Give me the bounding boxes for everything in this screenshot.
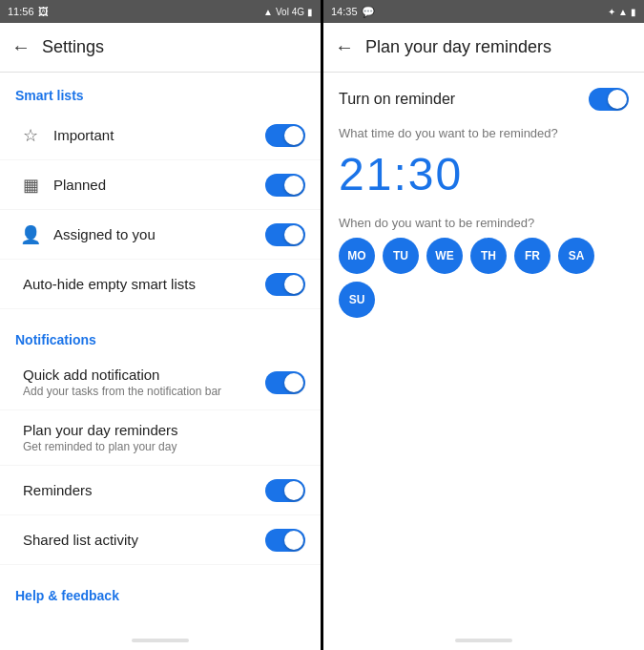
battery-right-icon: ▮: [631, 7, 636, 17]
smart-lists-header: Smart lists: [0, 73, 321, 111]
auto-hide-item[interactable]: Auto-hide empty smart lists: [0, 260, 321, 309]
day-circle-fr[interactable]: FR: [514, 238, 551, 274]
help-header: Help & feedback: [0, 573, 321, 611]
quick-add-label: Quick add notification: [23, 367, 265, 383]
plan-top-bar: ← Plan your day reminders: [323, 23, 644, 73]
plan-day-sublabel: Get reminded to plan your day: [23, 440, 305, 453]
status-right-left: ▲ Vol 4G ▮: [263, 7, 313, 17]
day-circle-th[interactable]: TH: [470, 238, 507, 274]
assigned-label: Assigned to you: [53, 226, 265, 242]
reminders-label: Reminders: [23, 482, 265, 498]
turn-on-row: Turn on reminder: [339, 88, 629, 111]
auto-hide-toggle[interactable]: [265, 273, 305, 296]
day-circle-sa[interactable]: SA: [558, 238, 594, 274]
day-circle-we[interactable]: WE: [426, 238, 463, 274]
day-circle-mo[interactable]: MO: [339, 238, 375, 274]
settings-top-bar: ← Settings: [0, 23, 321, 73]
planned-label: Planned: [53, 177, 265, 193]
scroll-indicator-right: [455, 639, 512, 642]
left-panel: 11:56 🖼 ▲ Vol 4G ▮ ← Settings Smart list…: [0, 0, 323, 650]
important-item[interactable]: ☆ Important: [0, 111, 321, 160]
plan-title: Plan your day reminders: [365, 37, 551, 57]
plan-day-item[interactable]: Plan your day reminders Get reminded to …: [0, 410, 321, 466]
question1: What time do you want to be reminded?: [339, 126, 629, 140]
reminders-item[interactable]: Reminders: [0, 466, 321, 515]
time-sep: :: [393, 149, 407, 199]
photo-icon: 🖼: [38, 6, 49, 17]
auto-hide-label: Auto-hide empty smart lists: [23, 276, 265, 292]
plan-day-label: Plan your day reminders: [23, 422, 305, 438]
shared-list-label: Shared list activity: [23, 532, 265, 548]
quick-add-sublabel: Add your tasks from the notification bar: [23, 385, 265, 398]
assigned-item[interactable]: 👤 Assigned to you: [0, 210, 321, 260]
status-right-right: ✦ ▲ ▮: [608, 7, 636, 17]
bluetooth-icon: ✦: [608, 7, 615, 17]
reminder-content: Turn on reminder What time do you want t…: [323, 73, 644, 631]
planned-toggle[interactable]: [265, 174, 305, 197]
settings-title: Settings: [42, 37, 104, 57]
time-right: 14:35: [331, 6, 358, 17]
scroll-indicator-left: [132, 639, 189, 642]
assigned-toggle[interactable]: [265, 223, 305, 246]
question2: When do you want to be reminded?: [339, 216, 629, 230]
get-support-item[interactable]: Get support: [0, 611, 321, 631]
status-left: 11:56 🖼: [8, 6, 49, 17]
important-toggle[interactable]: [265, 124, 305, 147]
notifications-header: Notifications: [0, 317, 321, 355]
shared-list-toggle[interactable]: [265, 529, 305, 552]
reminder-time: 21:30: [339, 148, 629, 200]
time-left: 11:56: [8, 6, 34, 17]
right-panel: 14:35 💬 ✦ ▲ ▮ ← Plan your day reminders …: [323, 0, 644, 650]
planned-item[interactable]: ▦ Planned: [0, 160, 321, 210]
status-bar-right: 14:35 💬 ✦ ▲ ▮: [323, 0, 644, 23]
time-hour[interactable]: 21: [339, 149, 393, 199]
signal-icon: ▲: [263, 7, 273, 17]
signal-right-icon: ▲: [618, 7, 628, 17]
back-button-right[interactable]: ←: [335, 36, 354, 58]
day-circle-tu[interactable]: TU: [383, 238, 419, 274]
day-circles: MOTUWETHFRSASU: [339, 238, 629, 318]
vol-label: Vol 4G: [276, 7, 304, 17]
battery-icon: ▮: [307, 7, 313, 17]
back-button-left[interactable]: ←: [11, 36, 31, 58]
reminder-main-toggle[interactable]: [589, 88, 629, 111]
person-icon: 👤: [15, 224, 46, 245]
important-label: Important: [53, 127, 265, 143]
status-left-right: 14:35 💬: [331, 6, 375, 18]
reminders-toggle[interactable]: [265, 479, 305, 502]
status-bar-left: 11:56 🖼 ▲ Vol 4G ▮: [0, 0, 321, 23]
quick-add-item[interactable]: Quick add notification Add your tasks fr…: [0, 355, 321, 410]
day-circle-su[interactable]: SU: [339, 282, 375, 318]
turn-on-label: Turn on reminder: [339, 91, 455, 108]
time-minute[interactable]: 30: [408, 149, 463, 199]
shared-list-item[interactable]: Shared list activity: [0, 515, 321, 565]
message-icon: 💬: [362, 6, 375, 18]
star-icon: ☆: [15, 125, 46, 146]
calendar-icon: ▦: [15, 175, 46, 196]
quick-add-toggle[interactable]: [265, 371, 305, 394]
settings-content: Smart lists ☆ Important ▦ Planned 👤 Assi…: [0, 73, 321, 631]
